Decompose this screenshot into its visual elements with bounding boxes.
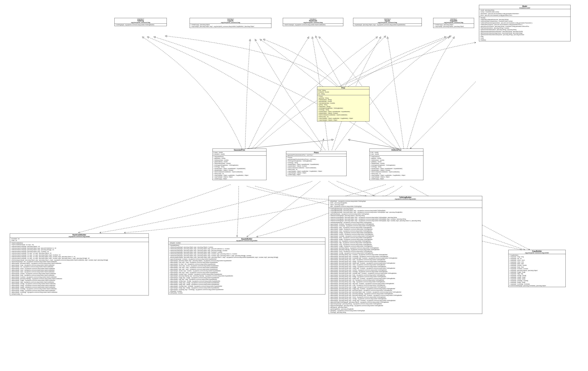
uml-diagram: «interface»ToStringorg.jvnet.jaxb2_commo… [2,2,588,371]
member-row: - parameters : java.util.List<broadwick.… [480,13,570,15]
member-row: + toHashCode() : int [11,293,148,295]
member-row: + append(arg0 : java.lang.String, arg1 :… [329,256,482,257]
member-row: + append(arg0 : java.lang.String, arg1 :… [329,269,482,271]
member-row: + copyTo(target : Object, copyBuilder : … [318,118,369,119]
member-row: + createCopy() : Object [287,174,346,175]
member-row: + append(arg0 : java.lang.String, arg1 :… [329,290,482,291]
member-row: + equals(object : Object, equalsBuilder … [370,168,423,170]
member-row: + copyTo(arg0 : java.lang.Object) : java… [434,26,473,27]
member-row: + append(arg0 : boolean[]) : org.apache.… [329,225,482,227]
member-row: + copyTo(target : Object, copyBuilder : … [370,175,423,176]
member-row: + reflectionHashCode(arg0 : java.lang.Ob… [11,246,148,247]
member-row: + append(arg0 : java.lang.String, arg1 :… [329,293,482,295]
member-row: # id : String [318,93,369,95]
member-row: + append(arg0 : java.lang.Object[]) : or… [11,278,148,280]
member-row: + hashCode() : int [213,173,266,175]
member-row: + setId(value : String) [318,106,369,108]
member-row: + append(arg0 : java.lang.String, arg1 :… [329,281,482,283]
member-row: + copy(arg0 : double) : double [509,265,565,266]
member-row: + copy(arg0 : long) : long [509,256,565,258]
member-row: + append(arg0 : byte[], arg1 : byte[]) :… [169,284,325,285]
member-row: + createCopy() : Object [213,178,266,180]
member-row: + append(arg0 : java.lang.String, arg1 :… [329,296,482,298]
member-row: + reflectionToString(arg0 : java.lang.Ob… [329,220,482,221]
member-row: + setModelPriors(priors : java.util.List… [480,24,570,25]
member-row: + equals(object : Object) : boolean [370,170,423,171]
member-row: + copyTo(target : Object, copyBuilder : … [287,170,346,172]
member-row: + HashCodeBuilder(arg0 : int, arg1 : int… [11,244,148,246]
member-row: + append(arg0 : boolean, arg1 : boolean)… [169,273,325,275]
member-row: + copy(arg0 : short) : short [509,260,565,261]
member-row: + append(arg0 : java.lang.String, arg1 :… [329,262,482,264]
member-row: + append(arg0 : double) : org.apache.com… [11,273,148,274]
member-row: + append(arg0 : java.lang.String, arg1 :… [329,298,482,300]
member-row: # setEquals() : boolean [169,292,325,294]
member-row: + append(arg0 : float, arg1 : float) : o… [169,272,325,273]
member-row: + toString() : String [370,166,423,168]
member-row: + append(arg0 : byte) : org.apache.commo… [329,227,482,229]
member-row: + append(arg0 : float[]) : org.apache.co… [11,290,148,291]
member-row: + append(arg0 : short) : org.apache.comm… [329,251,482,252]
member-row: + reflectionEquals(arg0 : java.lang.Obje… [169,250,325,251]
member-row: + getGaussianPriorAndUniformPrior() : Li… [287,159,346,160]
class-EqualsBuilder: EqualsBuilderorg.apache.commons.lang.bui… [168,238,325,294]
member-row: + createCopy() : java.lang.Object [190,24,271,26]
member-row: + append(arg0 : int[]) : org.apache.comm… [329,242,482,244]
member-row: + Priors() [287,157,346,158]
member-row: + copyTo(target : Object) : Object [370,176,423,178]
member-row: + appendSuper(arg0 : int) : org.apache.c… [11,261,148,262]
member-row: + setModelParameters(parameters : java.u… [480,22,570,24]
member-row: + append(arg0 : byte) : org.apache.commo… [11,271,148,273]
member-row: + append(arg0 : long) : org.apache.commo… [329,244,482,245]
member-row: + append(arg0 : char[]) : org.apache.com… [11,285,148,286]
member-row: + reflectionEquals(arg0 : java.lang.Obje… [169,255,325,257]
member-row: + getParameterValueAsDouble(name : java.… [480,31,570,32]
member-row: + append(arg0 : java.lang.String, arg1 :… [329,259,482,261]
member-row: + append(arg0 : int) : org.apache.common… [329,240,482,242]
member-row: # max : double [370,153,423,155]
member-row: + setMean(value : double) [213,159,266,161]
member-row: + append(arg0 : short) : org.apache.comm… [11,268,148,270]
member-row: + append(arg0 : byte[]) : org.apache.com… [329,229,482,230]
class-GaussianPrior: GaussianPrior # mean : double# deviation… [212,149,266,180]
member-row: + append(arg0 : int) : org.apache.common… [11,266,148,268]
member-row: + getMean() : double [213,158,266,159]
member-row: + append(arg0 : java.lang.String, arg1 :… [329,288,482,290]
member-row: + setMax(value : double) [370,163,423,164]
member-row: + append(arg0 : java.lang.String, arg1 :… [329,279,482,281]
member-row: + append(arg0 : long[]) : org.apache.com… [329,245,482,247]
member-row: + copy(arg0 : java.lang.Object) : java.l… [509,270,565,271]
member-row: + getDefaultStyle() : org.apache.commons… [329,213,482,215]
member-row: - buffer : java.lang.StringBuffer [329,202,482,204]
member-row: + append(arg0 : int[], arg1 : int[]) : o… [169,279,325,280]
member-row: + hashCode(hashCodeBuilder : HashCodeBui… [318,114,369,116]
member-row: + append(arg0 : double[], arg1 : double[… [169,285,325,287]
member-row: + setHint(value : String) [318,99,369,100]
member-row: + equals(object : Object, equalsBuilder … [287,164,346,165]
member-row: + equals(object : Object) : boolean [287,165,346,167]
member-row: + setInitialVal(value : Double) [318,102,369,104]
member-row: + append(arg0 : java.lang.String, arg1 :… [329,266,482,268]
member-row: + append(arg0 : java.lang.String, arg1 :… [329,276,482,278]
member-row: + append(arg0 : short[]) : org.apache.co… [11,283,148,285]
member-row: + ToStringBuilder(arg0 : java.lang.Objec… [329,208,482,210]
member-row: + copy(arg0 : double[]) : double[] [509,280,565,281]
member-row: + append(arg0 : double, arg1 : double) :… [169,270,325,272]
member-row: + createCopy() : Object [370,178,423,180]
member-row: + equals(object : Object) : boolean [213,170,266,171]
member-row: # initialVal : Double [318,91,369,93]
member-row: + copyTo(target : Object, copyBuilder : … [213,175,266,176]
member-row: + setModelConfiguration(model : java.lan… [480,19,570,20]
member-row: + append(arg0 : char, arg1 : char) : org… [169,267,325,268]
member-row: + Model() [480,17,570,19]
member-row: + equals(object : Object, equalsBuilder … [213,168,266,170]
member-row: + getParameterValueAsBoolean(name : java… [480,34,570,36]
member-row: + copy(arg0 : short[]) : short[] [509,275,565,276]
member-row: + append(arg0 : boolean) : org.apache.co… [11,276,148,278]
class-Copyable: «interface»Copyableorg.jvnet.jaxb2_commo… [433,18,474,28]
member-row: - iTotal : int [11,240,148,241]
class-HashCodeBuilder: HashCodeBuilderorg.apache.commons.lang.b… [10,233,149,295]
member-row: + getUniformPrior(name : java.lang.Strin… [480,26,570,27]
member-row: + appendSuper(arg0 : java.lang.String) :… [329,303,482,305]
member-row: - style : org.apache.commons.lang.builde… [329,206,482,207]
